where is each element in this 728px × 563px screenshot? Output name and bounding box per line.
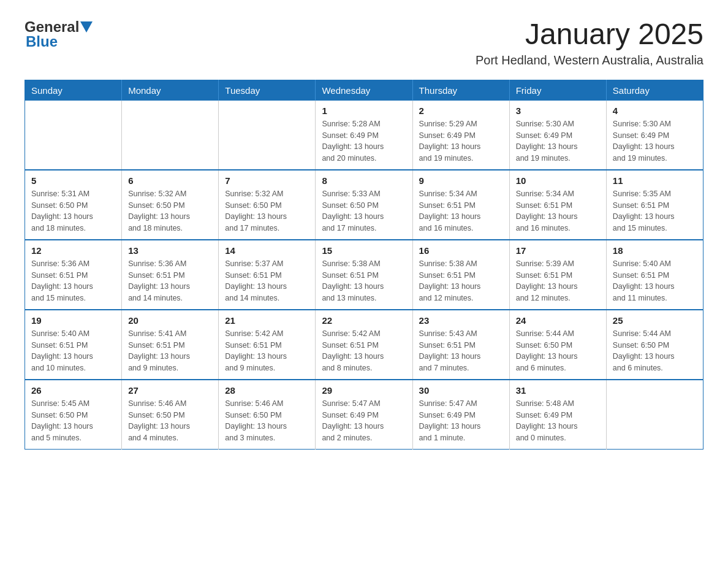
day-info: Sunrise: 5:39 AM Sunset: 6:51 PM Dayligh… (516, 258, 600, 304)
calendar-cell: 14Sunrise: 5:37 AM Sunset: 6:51 PM Dayli… (219, 240, 316, 310)
day-info: Sunrise: 5:29 AM Sunset: 6:49 PM Dayligh… (419, 118, 503, 164)
day-number: 8 (322, 175, 406, 186)
calendar-cell: 17Sunrise: 5:39 AM Sunset: 6:51 PM Dayli… (509, 240, 606, 310)
week-row-5: 26Sunrise: 5:45 AM Sunset: 6:50 PM Dayli… (25, 380, 703, 450)
day-number: 22 (322, 315, 406, 326)
calendar-cell: 10Sunrise: 5:34 AM Sunset: 6:51 PM Dayli… (509, 170, 606, 240)
day-info: Sunrise: 5:34 AM Sunset: 6:51 PM Dayligh… (419, 188, 503, 234)
day-number: 7 (225, 175, 309, 186)
day-number: 1 (322, 105, 406, 116)
day-number: 3 (516, 105, 600, 116)
title-area: January 2025 Port Hedland, Western Austr… (476, 18, 703, 67)
calendar-cell (25, 101, 122, 170)
logo: General Blue (25, 18, 93, 50)
day-number: 17 (516, 245, 600, 256)
calendar-cell: 16Sunrise: 5:38 AM Sunset: 6:51 PM Dayli… (412, 240, 509, 310)
svg-marker-0 (80, 21, 93, 33)
day-number: 21 (225, 315, 309, 326)
calendar-cell: 26Sunrise: 5:45 AM Sunset: 6:50 PM Dayli… (25, 380, 122, 450)
day-number: 6 (128, 175, 212, 186)
page-header: General Blue January 2025 Port Hedland, … (25, 18, 703, 67)
day-number: 11 (613, 175, 697, 186)
day-number: 19 (31, 315, 115, 326)
calendar-cell: 7Sunrise: 5:32 AM Sunset: 6:50 PM Daylig… (219, 170, 316, 240)
day-number: 20 (128, 315, 212, 326)
day-number: 12 (31, 245, 115, 256)
day-header-friday: Friday (509, 80, 606, 101)
day-info: Sunrise: 5:37 AM Sunset: 6:51 PM Dayligh… (225, 258, 309, 304)
day-info: Sunrise: 5:44 AM Sunset: 6:50 PM Dayligh… (516, 328, 600, 374)
day-number: 5 (31, 175, 115, 186)
day-info: Sunrise: 5:47 AM Sunset: 6:49 PM Dayligh… (419, 398, 503, 444)
day-info: Sunrise: 5:38 AM Sunset: 6:51 PM Dayligh… (322, 258, 406, 304)
day-info: Sunrise: 5:43 AM Sunset: 6:51 PM Dayligh… (419, 328, 503, 374)
day-info: Sunrise: 5:32 AM Sunset: 6:50 PM Dayligh… (128, 188, 212, 234)
day-number: 4 (613, 105, 697, 116)
day-info: Sunrise: 5:32 AM Sunset: 6:50 PM Dayligh… (225, 188, 309, 234)
calendar-cell: 9Sunrise: 5:34 AM Sunset: 6:51 PM Daylig… (412, 170, 509, 240)
calendar-cell: 2Sunrise: 5:29 AM Sunset: 6:49 PM Daylig… (412, 101, 509, 170)
day-info: Sunrise: 5:38 AM Sunset: 6:51 PM Dayligh… (419, 258, 503, 304)
calendar-cell: 23Sunrise: 5:43 AM Sunset: 6:51 PM Dayli… (412, 310, 509, 380)
calendar-cell: 29Sunrise: 5:47 AM Sunset: 6:49 PM Dayli… (316, 380, 412, 450)
calendar-cell: 5Sunrise: 5:31 AM Sunset: 6:50 PM Daylig… (25, 170, 122, 240)
day-number: 28 (225, 385, 309, 396)
day-info: Sunrise: 5:45 AM Sunset: 6:50 PM Dayligh… (31, 398, 115, 444)
week-row-2: 5Sunrise: 5:31 AM Sunset: 6:50 PM Daylig… (25, 170, 703, 240)
day-number: 24 (516, 315, 600, 326)
calendar-cell: 12Sunrise: 5:36 AM Sunset: 6:51 PM Dayli… (25, 240, 122, 310)
calendar-cell: 4Sunrise: 5:30 AM Sunset: 6:49 PM Daylig… (606, 101, 703, 170)
day-number: 30 (419, 385, 503, 396)
calendar-cell: 11Sunrise: 5:35 AM Sunset: 6:51 PM Dayli… (606, 170, 703, 240)
calendar-cell: 30Sunrise: 5:47 AM Sunset: 6:49 PM Dayli… (412, 380, 509, 450)
day-number: 31 (516, 385, 600, 396)
day-info: Sunrise: 5:46 AM Sunset: 6:50 PM Dayligh… (225, 398, 309, 444)
calendar-cell: 24Sunrise: 5:44 AM Sunset: 6:50 PM Dayli… (509, 310, 606, 380)
calendar-table: SundayMondayTuesdayWednesdayThursdayFrid… (25, 80, 703, 450)
calendar-header-row: SundayMondayTuesdayWednesdayThursdayFrid… (25, 80, 703, 101)
week-row-1: 1Sunrise: 5:28 AM Sunset: 6:49 PM Daylig… (25, 101, 703, 170)
calendar-cell: 8Sunrise: 5:33 AM Sunset: 6:50 PM Daylig… (316, 170, 412, 240)
day-info: Sunrise: 5:42 AM Sunset: 6:51 PM Dayligh… (322, 328, 406, 374)
day-number: 14 (225, 245, 309, 256)
calendar-cell (122, 101, 219, 170)
day-number: 16 (419, 245, 503, 256)
day-info: Sunrise: 5:40 AM Sunset: 6:51 PM Dayligh… (613, 258, 697, 304)
day-info: Sunrise: 5:36 AM Sunset: 6:51 PM Dayligh… (128, 258, 212, 304)
day-info: Sunrise: 5:40 AM Sunset: 6:51 PM Dayligh… (31, 328, 115, 374)
day-number: 18 (613, 245, 697, 256)
day-number: 25 (613, 315, 697, 326)
day-number: 15 (322, 245, 406, 256)
logo-blue-text: Blue (26, 33, 58, 50)
day-number: 2 (419, 105, 503, 116)
month-title: January 2025 (476, 18, 703, 51)
calendar-cell: 28Sunrise: 5:46 AM Sunset: 6:50 PM Dayli… (219, 380, 316, 450)
day-header-monday: Monday (122, 80, 219, 101)
calendar-cell: 19Sunrise: 5:40 AM Sunset: 6:51 PM Dayli… (25, 310, 122, 380)
day-info: Sunrise: 5:48 AM Sunset: 6:49 PM Dayligh… (516, 398, 600, 444)
calendar-cell: 27Sunrise: 5:46 AM Sunset: 6:50 PM Dayli… (122, 380, 219, 450)
calendar-cell: 21Sunrise: 5:42 AM Sunset: 6:51 PM Dayli… (219, 310, 316, 380)
day-number: 9 (419, 175, 503, 186)
day-number: 27 (128, 385, 212, 396)
day-header-tuesday: Tuesday (219, 80, 316, 101)
week-row-3: 12Sunrise: 5:36 AM Sunset: 6:51 PM Dayli… (25, 240, 703, 310)
day-info: Sunrise: 5:28 AM Sunset: 6:49 PM Dayligh… (322, 118, 406, 164)
day-info: Sunrise: 5:34 AM Sunset: 6:51 PM Dayligh… (516, 188, 600, 234)
day-info: Sunrise: 5:30 AM Sunset: 6:49 PM Dayligh… (613, 118, 697, 164)
day-info: Sunrise: 5:36 AM Sunset: 6:51 PM Dayligh… (31, 258, 115, 304)
day-info: Sunrise: 5:33 AM Sunset: 6:50 PM Dayligh… (322, 188, 406, 234)
calendar-cell (606, 380, 703, 450)
calendar-cell (219, 101, 316, 170)
day-info: Sunrise: 5:42 AM Sunset: 6:51 PM Dayligh… (225, 328, 309, 374)
day-info: Sunrise: 5:31 AM Sunset: 6:50 PM Dayligh… (31, 188, 115, 234)
day-header-wednesday: Wednesday (316, 80, 412, 101)
calendar-cell: 25Sunrise: 5:44 AM Sunset: 6:50 PM Dayli… (606, 310, 703, 380)
calendar-cell: 13Sunrise: 5:36 AM Sunset: 6:51 PM Dayli… (122, 240, 219, 310)
calendar-cell: 22Sunrise: 5:42 AM Sunset: 6:51 PM Dayli… (316, 310, 412, 380)
calendar-cell: 15Sunrise: 5:38 AM Sunset: 6:51 PM Dayli… (316, 240, 412, 310)
day-info: Sunrise: 5:41 AM Sunset: 6:51 PM Dayligh… (128, 328, 212, 374)
day-info: Sunrise: 5:30 AM Sunset: 6:49 PM Dayligh… (516, 118, 600, 164)
day-info: Sunrise: 5:35 AM Sunset: 6:51 PM Dayligh… (613, 188, 697, 234)
day-number: 29 (322, 385, 406, 396)
